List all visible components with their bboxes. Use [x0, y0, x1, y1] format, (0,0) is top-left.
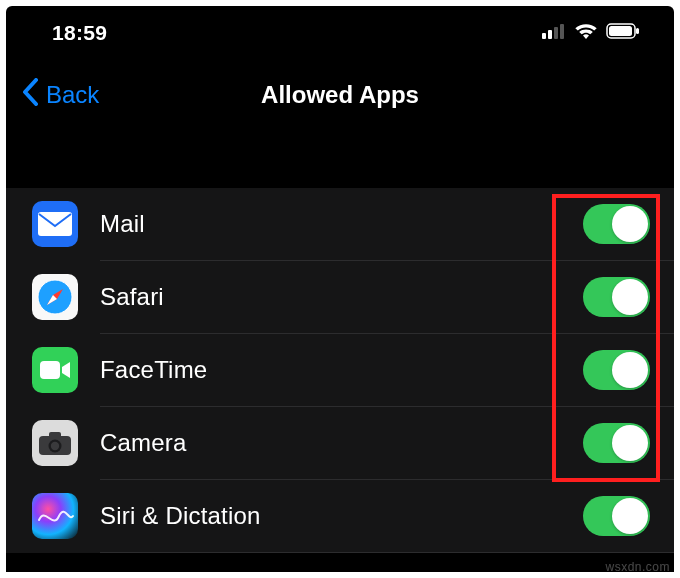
- svg-rect-2: [554, 27, 558, 39]
- row-camera: Camera: [6, 407, 674, 479]
- facetime-icon: [32, 347, 78, 393]
- screen: 18:59: [6, 6, 674, 572]
- row-label: Safari: [100, 283, 164, 311]
- status-bar: 18:59: [6, 6, 674, 60]
- row-mail: Mail: [6, 188, 674, 260]
- nav-bar: Back Allowed Apps: [6, 60, 674, 130]
- row-label: FaceTime: [100, 356, 207, 384]
- svg-rect-6: [636, 28, 639, 34]
- siri-icon: [32, 493, 78, 539]
- watermark: wsxdn.com: [605, 560, 670, 572]
- chevron-left-icon: [22, 78, 40, 112]
- cellular-icon: [542, 23, 566, 43]
- page-title: Allowed Apps: [6, 81, 674, 109]
- row-siri: Siri & Dictation: [6, 480, 674, 552]
- row-facetime: FaceTime: [6, 334, 674, 406]
- section-gap: [6, 130, 674, 188]
- svg-point-16: [51, 442, 59, 450]
- toggle-siri[interactable]: [583, 496, 650, 536]
- allowed-apps-list: Mail Safari FaceTime: [6, 188, 674, 553]
- svg-rect-0: [542, 33, 546, 39]
- status-time: 18:59: [52, 21, 107, 45]
- row-safari: Safari: [6, 261, 674, 333]
- svg-rect-12: [40, 361, 60, 379]
- row-label: Mail: [100, 210, 145, 238]
- status-indicators: [542, 22, 640, 44]
- toggle-facetime[interactable]: [583, 350, 650, 390]
- row-label: Siri & Dictation: [100, 502, 261, 530]
- toggle-camera[interactable]: [583, 423, 650, 463]
- wifi-icon: [574, 22, 598, 44]
- back-label: Back: [46, 81, 99, 109]
- row-label: Camera: [100, 429, 187, 457]
- toggle-safari[interactable]: [583, 277, 650, 317]
- svg-rect-5: [609, 26, 632, 36]
- camera-icon: [32, 420, 78, 466]
- mail-icon: [32, 201, 78, 247]
- svg-rect-7: [38, 212, 72, 236]
- svg-rect-1: [548, 30, 552, 39]
- safari-icon: [32, 274, 78, 320]
- back-button[interactable]: Back: [22, 78, 99, 112]
- svg-rect-14: [49, 432, 61, 438]
- svg-rect-3: [560, 24, 564, 39]
- toggle-mail[interactable]: [583, 204, 650, 244]
- battery-icon: [606, 23, 640, 43]
